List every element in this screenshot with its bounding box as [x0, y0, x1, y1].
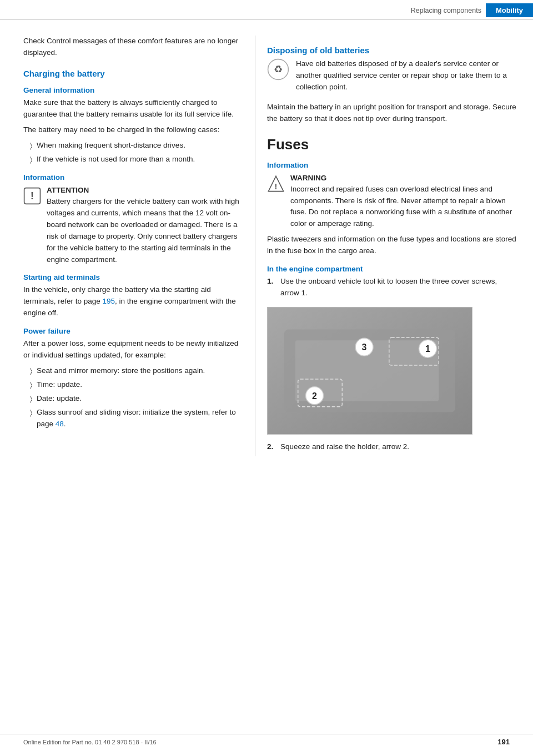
- attention-icon: !: [23, 187, 41, 205]
- power-failure-bullets: 〉 Seat and mirror memory: store the posi…: [23, 365, 242, 430]
- svg-text:1: 1: [425, 344, 430, 354]
- engine-steps-list: 1. Use the onboard vehicle tool kit to l…: [267, 276, 516, 299]
- attention-content: ATTENTION Battery chargers for the vehic…: [47, 186, 242, 266]
- engine-compartment-image: 1 2 3: [267, 307, 472, 435]
- bullet-text: Seat and mirror memory: store the positi…: [37, 365, 205, 377]
- footer-page: 191: [497, 738, 510, 746]
- general-info-heading: General information: [23, 86, 242, 94]
- list-item: 〉 Date: update.: [23, 393, 242, 405]
- bullet-text: Time: update.: [37, 379, 82, 391]
- warning-text: Incorrect and repaired fuses can overloa…: [290, 184, 516, 230]
- page-footer: Online Edition for Part no. 01 40 2 970 …: [0, 734, 533, 746]
- bullet-text: If the vehicle is not used for more than…: [37, 154, 195, 165]
- step-num: 2.: [267, 441, 276, 453]
- glass-sunroof-link[interactable]: 48: [56, 420, 64, 428]
- attention-text: Battery chargers for the vehicle battery…: [47, 196, 242, 266]
- top-intro-text: Check Control messages of these comfort …: [23, 36, 242, 59]
- power-failure-intro: After a power loss, some equipment needs…: [23, 338, 242, 361]
- warning-box: ! WARNING Incorrect and repaired fuses c…: [267, 174, 516, 230]
- fuses-information-heading: Information: [267, 161, 516, 169]
- svg-text:3: 3: [362, 342, 367, 352]
- bullet-arrow: 〉: [30, 394, 32, 405]
- list-item: 1. Use the onboard vehicle tool kit to l…: [267, 276, 516, 299]
- disposing-heading: Disposing of old batteries: [267, 46, 516, 55]
- dispose-row: ♻ Have old batteries disposed of by a de…: [267, 58, 516, 97]
- general-info-bullets: 〉 When making frequent short-distance dr…: [23, 140, 242, 165]
- bullet-arrow: 〉: [30, 154, 32, 165]
- step-text: Use the onboard vehicle tool kit to loos…: [280, 276, 516, 299]
- bullet-text: When making frequent short-distance driv…: [37, 140, 185, 152]
- list-item: 〉 If the vehicle is not used for more th…: [23, 154, 242, 165]
- bullet-arrow: 〉: [30, 140, 32, 152]
- step-text: Squeeze and raise the holder, arrow 2.: [280, 441, 409, 453]
- svg-text:2: 2: [312, 391, 317, 401]
- engine-image-svg: 1 2 3: [268, 307, 472, 435]
- list-item: 2. Squeeze and raise the holder, arrow 2…: [267, 441, 516, 453]
- svg-text:!: !: [31, 190, 34, 201]
- footer-text: Online Edition for Part no. 01 40 2 970 …: [23, 739, 157, 745]
- power-failure-heading: Power failure: [23, 327, 242, 335]
- page-body: Check Control messages of these comfort …: [0, 20, 533, 456]
- page-header: Replacing components Mobility: [0, 0, 533, 20]
- list-item: 〉 Seat and mirror memory: store the posi…: [23, 365, 242, 377]
- disposing-p1: Have old batteries disposed of by a deal…: [296, 58, 516, 93]
- disposing-p2: Maintain the battery in an upright posit…: [267, 102, 516, 125]
- information-heading: Information: [23, 173, 242, 182]
- right-column: Disposing of old batteries ♻ Have old ba…: [255, 36, 533, 456]
- bullet-arrow: 〉: [30, 380, 32, 391]
- general-info-p1: Make sure that the battery is always suf…: [23, 97, 242, 120]
- bullet-text: Date: update.: [37, 393, 82, 405]
- step-num: 1.: [267, 276, 276, 288]
- svg-text:♻: ♻: [274, 64, 283, 75]
- starting-aid-heading: Starting aid terminals: [23, 273, 242, 281]
- header-replacing: Replacing components: [411, 7, 486, 14]
- starting-aid-link[interactable]: 195: [103, 297, 115, 305]
- warning-icon: !: [267, 175, 285, 193]
- recycle-icon: ♻: [267, 58, 289, 80]
- header-mobility: Mobility: [486, 3, 533, 17]
- svg-text:!: !: [275, 182, 278, 190]
- warning-content: WARNING Incorrect and repaired fuses can…: [290, 174, 516, 230]
- attention-label: ATTENTION: [47, 186, 242, 194]
- list-item: 〉 Glass sunroof and sliding visor: initi…: [23, 407, 242, 430]
- engine-compartment-heading: In the engine compartment: [267, 265, 516, 273]
- general-info-p2: The battery may need to be charged in th…: [23, 124, 242, 136]
- list-item: 〉 Time: update.: [23, 379, 242, 391]
- attention-box: ! ATTENTION Battery chargers for the veh…: [23, 186, 242, 266]
- left-column: Check Control messages of these comfort …: [0, 36, 255, 456]
- engine-steps-list-2: 2. Squeeze and raise the holder, arrow 2…: [267, 441, 516, 453]
- charging-heading: Charging the battery: [23, 69, 242, 78]
- warning-label: WARNING: [290, 174, 516, 182]
- bullet-arrow: 〉: [30, 366, 32, 377]
- fuses-p2: Plastic tweezers and information on the …: [267, 234, 516, 257]
- fuses-heading: Fuses: [267, 136, 516, 153]
- bullet-text: Glass sunroof and sliding visor: initial…: [37, 407, 242, 430]
- bullet-arrow: 〉: [30, 407, 32, 419]
- starting-aid-text: In the vehicle, only charge the battery …: [23, 284, 242, 319]
- list-item: 〉 When making frequent short-distance dr…: [23, 140, 242, 152]
